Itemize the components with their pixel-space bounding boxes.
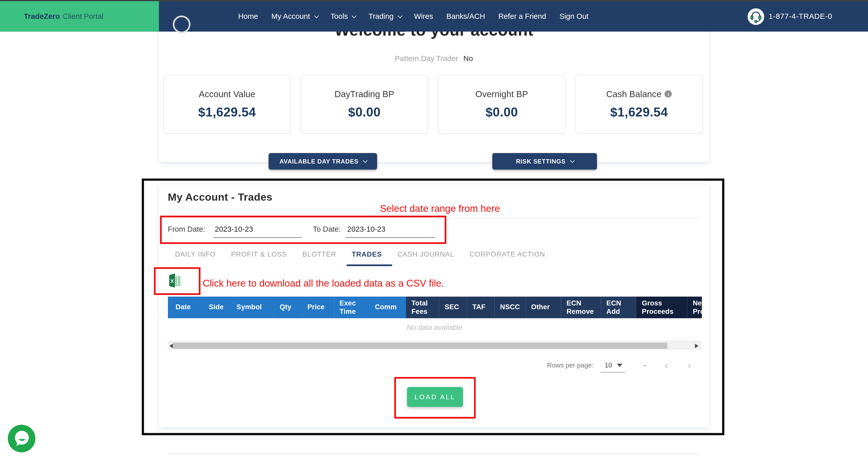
card-value: $1,629.54 (198, 105, 256, 119)
button-label: LOAD ALL (414, 393, 456, 401)
previous-page-button[interactable]: ‹ (664, 359, 668, 372)
nav-label: Banks/ACH (446, 12, 485, 21)
nav-item-refer-a-friend[interactable]: Refer a Friend (498, 12, 546, 21)
headset-icon (748, 8, 764, 25)
tab-trades[interactable]: TRADES (352, 251, 382, 258)
from-date-underline (213, 237, 302, 238)
svg-text:X: X (170, 278, 174, 284)
card-label: DayTrading BP (335, 89, 394, 99)
excel-export-icon[interactable]: X (167, 273, 183, 288)
nav-item-trading[interactable]: Trading (368, 12, 401, 21)
account-summary-cards: Account Value $1,629.54 DayTrading BP $0… (163, 75, 703, 134)
nav-label: Home (238, 12, 258, 21)
nav-item-tools[interactable]: Tools (331, 12, 355, 21)
col-date: Date (168, 296, 204, 318)
pdt-value: No (463, 54, 473, 63)
brand-logo[interactable]: TradeZero Client Portal (0, 1, 159, 32)
select-caret-icon[interactable] (617, 364, 623, 367)
col-gross-proceeds: GrossProceeds (636, 296, 687, 318)
nav-item-sign-out[interactable]: Sign Out (559, 12, 589, 21)
avatar (173, 16, 190, 33)
scrollbar-thumb[interactable] (173, 343, 667, 349)
card-value: $0.00 (486, 105, 518, 119)
scroll-right-arrow-icon[interactable] (695, 344, 698, 348)
tab-blotter[interactable]: BLOTTER (302, 251, 336, 258)
horizontal-scrollbar[interactable] (168, 341, 702, 349)
nav-item-home[interactable]: Home (238, 12, 258, 21)
col-side: Side (203, 296, 231, 318)
nav-label: Tools (331, 12, 348, 21)
from-date-label: From Date: (168, 225, 205, 233)
card-daytrading-bp: DayTrading BP $0.00 (301, 75, 428, 134)
load-all-button[interactable]: LOAD ALL (407, 387, 463, 407)
card-value: $0.00 (348, 105, 381, 119)
tab-daily-info[interactable]: DAILY INFO (175, 251, 216, 258)
tab-bar: DAILY INFO PROFIT & LOSS BLOTTER TRADES … (175, 251, 545, 258)
page-range: – (643, 361, 647, 369)
card-label-text: Cash Balance (606, 89, 661, 99)
chevron-down-icon (352, 13, 356, 18)
brand-subtitle: Client Portal (63, 12, 103, 21)
col-qty: Qty (274, 296, 302, 318)
col-exec-time: ExecTime (334, 296, 370, 318)
col-comm: Comm (369, 296, 406, 318)
nav-item-banks-ach[interactable]: Banks/ACH (446, 12, 485, 21)
next-page-button[interactable]: › (688, 359, 691, 372)
col-nscc: NSCC (495, 296, 526, 318)
nav-item-wires[interactable]: Wires (414, 12, 433, 21)
active-tab-indicator (347, 264, 392, 266)
chevron-down-icon (363, 158, 368, 163)
available-day-trades-button[interactable]: AVAILABLE DAY TRADES (269, 153, 377, 170)
trades-panel: My Account - Trades Select date range fr… (159, 184, 709, 428)
top-window-strip (0, 0, 868, 1)
brand-name: TradeZero (24, 12, 60, 21)
col-ecn-add: ECNAdd (601, 296, 636, 318)
from-date-input[interactable]: 2023-10-23 (215, 225, 253, 233)
to-date-label: To Date: (313, 225, 341, 233)
chevron-down-icon (398, 13, 402, 18)
col-sec: SEC (439, 296, 467, 318)
rows-per-page-label: Rows per page: (547, 361, 594, 369)
chat-widget-button[interactable] (8, 425, 36, 452)
chevron-down-icon (314, 13, 318, 18)
col-price: Price (302, 296, 334, 318)
card-cash-balance: Cash Balance i $1,629.54 (576, 75, 703, 134)
col-total-fees: TotalFees (406, 296, 439, 318)
nav-label: Wires (414, 12, 433, 21)
col-other: Other (526, 296, 561, 318)
pdt-label: Pattern Day Trader (395, 54, 458, 63)
welcome-panel: Welcome to your account Pattern Day Trad… (159, 17, 709, 162)
main-nav: Home My Account Tools Trading Wires Bank… (238, 1, 588, 32)
annotation-date-range: Select date range from here (380, 203, 500, 215)
table-empty-message: No data available (168, 323, 702, 332)
nav-label: Sign Out (559, 12, 589, 21)
page-root: TradeZero Client Portal Home My Account … (0, 0, 868, 457)
nav-label: Trading (368, 12, 394, 21)
support-phone: 1-877-4-TRADE-0 (748, 1, 832, 32)
nav-label: Refer a Friend (498, 12, 546, 21)
divider (168, 453, 698, 454)
card-label: Overnight BP (475, 89, 528, 99)
info-icon[interactable]: i (665, 90, 672, 97)
scroll-left-arrow-icon[interactable] (169, 344, 173, 348)
card-overnight-bp: Overnight BP $0.00 (438, 75, 565, 134)
button-label: RISK SETTINGS (516, 158, 565, 165)
nav-label: My Account (271, 12, 310, 21)
trades-table: Date Side Symbol Qty Price ExecTime Comm… (168, 296, 702, 318)
col-symbol: Symbol (231, 296, 274, 318)
col-net-proceeds: NetProceeds (687, 296, 702, 318)
tab-profit-loss[interactable]: PROFIT & LOSS (231, 251, 287, 258)
card-value: $1,629.54 (610, 105, 668, 119)
chevron-down-icon (570, 158, 575, 163)
to-date-input[interactable]: 2023-10-23 (347, 225, 385, 233)
card-label: Account Value (199, 89, 255, 99)
tab-corporate-action[interactable]: CORPORATE ACTION (470, 251, 545, 258)
col-taf: TAF (467, 296, 495, 318)
col-ecn-remove: ECNRemove (561, 296, 601, 318)
risk-settings-button[interactable]: RISK SETTINGS (492, 153, 597, 170)
tab-cash-journal[interactable]: CASH JOURNAL (397, 251, 454, 258)
nav-item-my-account[interactable]: My Account (271, 12, 317, 21)
pagination-bar: Rows per page: 10 – ‹ › (159, 359, 702, 372)
rows-per-page-select[interactable]: 10 (605, 361, 612, 369)
annotation-csv: Click here to download all the loaded da… (203, 278, 444, 289)
